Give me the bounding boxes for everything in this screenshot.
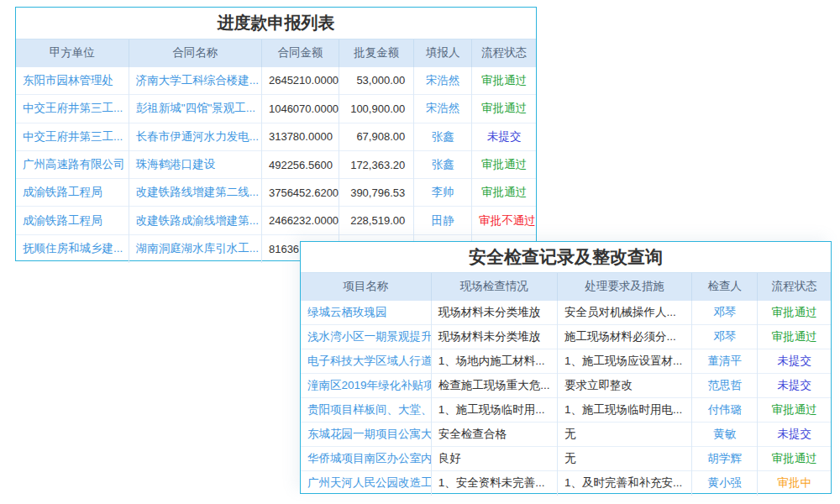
cell-status: 审批中 [758,471,831,496]
cell-inspection-findings: 1、安全资料未完善... [431,471,557,496]
cell-measures: 1、及时完善和补充安... [557,471,691,496]
cell-measures: 1、施工现场应设置材... [557,349,691,374]
cell-inspection-findings: 1、场地内施工材料... [431,349,557,374]
cell-status: 审批通过 [472,95,536,123]
cell-contract-name: 珠海鹤港口建设 [129,150,261,178]
cell-filler-name: 宋浩然 [414,95,472,123]
cell-party-unit[interactable]: 广州高速路有限公司 [16,150,129,178]
cell-status: 未提交 [472,123,536,150]
cell-project-name[interactable]: 浅水湾小区一期景观提升 [301,325,431,349]
table-row: 东阳市园林管理处济南大学工科综合楼建...2645210.000053,000.… [16,67,536,95]
column-header: 检查人 [692,273,758,301]
table-row: 成渝铁路工程局改建铁路成渝线增建第...2466232.0000228,519.… [16,207,536,234]
cell-status: 未提交 [758,349,831,374]
cell-filler-name: 宋浩然 [414,67,472,95]
table-row: 东城花园一期项目公寓大安全检查合格无黄敏未提交 [301,423,831,447]
table-row: 绿城云栖玫瑰园现场材料未分类堆放安全员对机械操作人...邓琴审批通过 [301,301,831,325]
cell-status: 未提交 [758,374,831,398]
cell-project-name[interactable]: 绿城云栖玫瑰园 [301,301,431,325]
column-header: 流程状态 [472,39,536,67]
cell-measures: 安全员对机械操作人... [557,301,691,325]
table-row: 贵阳项目样板间、大堂、1、施工现场临时用...1、施工现场临时用电...付伟璐审… [301,398,831,423]
table-row: 浅水湾小区一期景观提升现场材料未分类堆放施工现场材料必须分...邓琴审批通过 [301,325,831,349]
cell-status: 审批通过 [472,150,536,178]
cell-status: 审批通过 [758,325,831,349]
safety-inspection-window: 安全检查记录及整改查询 项目名称现场检查情况处理要求及措施检查人流程状态 绿城云… [300,241,832,494]
cell-contract-name: 济南大学工科综合楼建... [129,67,261,95]
cell-project-name[interactable]: 东城花园一期项目公寓大 [301,423,431,447]
cell-approved-amount: 53,000.00 [339,67,414,95]
cell-inspector-name: 范思哲 [692,374,758,398]
cell-inspector-name: 董清平 [692,349,758,374]
column-header: 流程状态 [758,273,831,301]
cell-inspector-name: 邓琴 [692,325,758,349]
cell-contract-amount: 492256.5600 [261,150,339,178]
cell-approved-amount: 67,908.00 [339,123,414,150]
cell-inspection-findings: 良好 [431,447,557,471]
cell-approved-amount: 228,519.00 [339,207,414,234]
cell-project-name[interactable]: 电子科技大学区域人行道 [301,349,431,374]
cell-party-unit[interactable]: 成渝铁路工程局 [16,207,129,234]
cell-inspector-name: 付伟璐 [692,398,758,423]
cell-status: 审批通过 [472,179,536,207]
cell-inspector-name: 邓琴 [692,301,758,325]
cell-contract-amount: 3756452.6200 [261,179,339,207]
cell-filler-name: 田静 [414,207,472,234]
cell-project-name[interactable]: 贵阳项目样板间、大堂、 [301,398,431,423]
cell-approved-amount: 390,796.53 [339,179,414,207]
table-row: 中交王府井第三工...长春市伊通河水力发电...313780.000067,90… [16,123,536,150]
safety-inspection-table: 项目名称现场检查情况处理要求及措施检查人流程状态 绿城云栖玫瑰园现场材料未分类堆… [301,272,831,496]
cell-contract-name: 湖南洞庭湖水库引水工... [129,234,261,262]
table-row: 成渝铁路工程局改建铁路线增建第二线...3756452.6200390,796.… [16,179,536,207]
cell-contract-amount: 1046070.0000 [261,95,339,123]
column-header: 处理要求及措施 [557,273,691,301]
table-header-row: 项目名称现场检查情况处理要求及措施检查人流程状态 [301,273,831,301]
column-header: 批复金额 [339,39,414,67]
safety-inspection-window-title: 安全检查记录及整改查询 [301,242,831,272]
progress-payment-window: 进度款申报列表 甲方单位合同名称合同金额批复金额填报人流程状态 东阳市园林管理处… [15,7,537,261]
cell-measures: 施工现场材料必须分... [557,325,691,349]
table-row: 潼南区2019年绿化补贴项目检查施工现场重大危...要求立即整改范思哲未提交 [301,374,831,398]
table-row: 电子科技大学区域人行道1、场地内施工材料...1、施工现场应设置材...董清平未… [301,349,831,374]
cell-inspector-name: 胡学辉 [692,447,758,471]
progress-payment-table: 甲方单位合同名称合同金额批复金额填报人流程状态 东阳市园林管理处济南大学工科综合… [16,39,536,263]
cell-party-unit[interactable]: 中交王府井第三工... [16,95,129,123]
cell-inspection-findings: 现场材料未分类堆放 [431,325,557,349]
cell-inspector-name: 黄敏 [692,423,758,447]
cell-project-name[interactable]: 华侨城项目南区办公室内 [301,447,431,471]
table-header-row: 甲方单位合同名称合同金额批复金额填报人流程状态 [16,39,536,67]
cell-measures: 无 [557,423,691,447]
cell-status: 审批通过 [472,67,536,95]
cell-contract-name: 彭祖新城"四馆"景观工... [129,95,261,123]
column-header: 项目名称 [301,273,431,301]
cell-status: 审批通过 [758,447,831,471]
cell-status: 审批通过 [758,398,831,423]
cell-contract-amount: 2645210.0000 [261,67,339,95]
cell-filler-name: 张鑫 [414,150,472,178]
progress-payment-window-title: 进度款申报列表 [16,8,536,39]
cell-filler-name: 张鑫 [414,123,472,150]
cell-measures: 无 [557,447,691,471]
cell-inspection-findings: 检查施工现场重大危... [431,374,557,398]
cell-approved-amount: 100,900.00 [339,95,414,123]
column-header: 合同名称 [129,39,261,67]
table-row: 华侨城项目南区办公室内良好无胡学辉审批通过 [301,447,831,471]
cell-filler-name: 李帅 [414,179,472,207]
cell-inspection-findings: 1、施工现场临时用... [431,398,557,423]
cell-status: 审批通过 [758,301,831,325]
column-header: 合同金额 [261,39,339,67]
cell-project-name[interactable]: 广州天河人民公园改造工 [301,471,431,496]
cell-party-unit[interactable]: 中交王府井第三工... [16,123,129,150]
cell-inspector-name: 黄小强 [692,471,758,496]
column-header: 现场检查情况 [431,273,557,301]
cell-measures: 要求立即整改 [557,374,691,398]
cell-party-unit[interactable]: 东阳市园林管理处 [16,67,129,95]
cell-contract-name: 改建铁路线增建第二线... [129,179,261,207]
cell-contract-amount: 313780.0000 [261,123,339,150]
cell-contract-name: 长春市伊通河水力发电... [129,123,261,150]
cell-status: 未提交 [758,423,831,447]
cell-party-unit[interactable]: 抚顺住房和城乡建... [16,234,129,262]
table-row: 广州天河人民公园改造工1、安全资料未完善...1、及时完善和补充安...黄小强审… [301,471,831,496]
cell-party-unit[interactable]: 成渝铁路工程局 [16,179,129,207]
cell-project-name[interactable]: 潼南区2019年绿化补贴项目 [301,374,431,398]
